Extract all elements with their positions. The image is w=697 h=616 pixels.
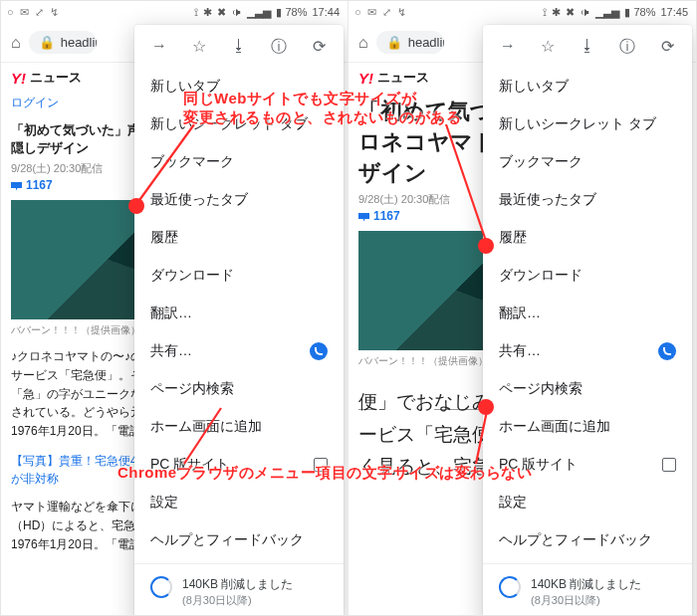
annotation-dot-right-bottom [478,399,494,415]
clock: 17:45 [660,6,688,18]
reload-icon[interactable]: ⟳ [308,37,330,58]
star-icon[interactable]: ☆ [537,37,559,58]
menu-incognito[interactable]: 新しいシークレット タブ [483,105,692,143]
menu-add-to-home[interactable]: ホーム画面に追加 [483,408,692,446]
forward-icon[interactable]: → [148,37,170,58]
phone-left: ○✉⤢↯ ⟟✱✖🕩 ▁▃▅ ▮ 78% 17:44 ⌂ 🔒 headlin Y!… [1,1,348,615]
info-icon[interactable]: ⓘ [616,37,638,58]
download-icon[interactable]: ⭳ [577,37,598,58]
menu-settings[interactable]: 設定 [134,484,344,521]
lock-icon: 🔒 [386,35,402,50]
annotation-dot-right-top [478,238,494,254]
menu-translate[interactable]: 翻訳… [134,295,344,332]
url-text: headlin [61,35,97,50]
phone-right: ○✉⤢↯ ⟟✱✖🕩 ▁▃▅ ▮ 78% 17:45 ⌂ 🔒 headlin Y!… [348,1,696,615]
menu-new-tab[interactable]: 新しいタブ [134,68,344,105]
checkbox-icon[interactable] [662,458,676,472]
battery-pct: 78% [633,6,655,18]
menu-share[interactable]: 共有… [483,332,692,370]
menu-divider [483,563,692,564]
menu-data-saver[interactable]: 140KB 削減しました(8月30日以降) [483,568,692,615]
menu-downloads[interactable]: ダウンロード [483,257,692,295]
menu-bookmarks[interactable]: ブックマーク [134,143,344,181]
menu-desktop-site[interactable]: PC 版サイト [483,446,692,484]
yahoo-news-label: ニュース [377,69,429,87]
menu-help[interactable]: ヘルプとフィードバック [134,521,344,559]
menu-help[interactable]: ヘルプとフィードバック [483,521,692,559]
url-text: headlin [408,35,444,50]
download-icon[interactable]: ⭳ [228,37,250,58]
menu-find-in-page[interactable]: ページ内検索 [134,370,344,408]
cast-icon [310,342,328,360]
menu-divider [134,563,344,564]
menu-add-to-home[interactable]: ホーム画面に追加 [134,408,344,446]
menu-settings[interactable]: 設定 [483,484,692,521]
home-icon[interactable]: ⌂ [11,34,21,52]
menu-desktop-site[interactable]: PC 版サイト [134,446,344,484]
info-icon[interactable]: ⓘ [268,37,290,58]
yahoo-logo: Y! [358,70,373,87]
lock-icon: 🔒 [39,35,55,50]
forward-icon[interactable]: → [497,37,519,58]
omnibox[interactable]: 🔒 headlin [29,31,97,54]
star-icon[interactable]: ☆ [188,37,210,58]
menu-translate[interactable]: 翻訳… [483,295,692,332]
cast-icon [658,342,676,360]
clock: 17:44 [312,6,340,18]
chrome-overflow-menu: → ☆ ⭳ ⓘ ⟳ 新しいタブ 新しいシークレット タブ ブックマーク 最近使っ… [134,25,344,615]
menu-data-saver[interactable]: 140KB 削減しました(8月30日以降) [134,568,344,615]
menu-history[interactable]: 履歴 [134,219,344,257]
menu-new-tab[interactable]: 新しいタブ [483,68,692,105]
menu-recent-tabs[interactable]: 最近使ったタブ [483,181,692,219]
data-saver-icon [499,576,521,598]
menu-share[interactable]: 共有… [134,332,344,370]
android-statusbar: ○✉⤢↯ ⟟✱✖🕩 ▁▃▅ ▮ 78% 17:44 [1,1,348,23]
chrome-overflow-menu: → ☆ ⭳ ⓘ ⟳ 新しいタブ 新しいシークレット タブ ブックマーク 最近使っ… [483,25,692,615]
yahoo-news-label: ニュース [30,69,82,87]
checkbox-icon[interactable] [314,458,328,472]
yahoo-logo: Y! [11,70,26,87]
omnibox[interactable]: 🔒 headlin [376,31,444,54]
reload-icon[interactable]: ⟳ [656,37,678,58]
menu-history[interactable]: 履歴 [483,219,692,257]
annotation-dot-left [128,198,144,214]
menu-bookmarks[interactable]: ブックマーク [483,143,692,181]
home-icon[interactable]: ⌂ [358,34,368,52]
menu-recent-tabs[interactable]: 最近使ったタブ [134,181,344,219]
android-statusbar: ○✉⤢↯ ⟟✱✖🕩 ▁▃▅ ▮ 78% 17:45 [348,1,696,23]
menu-downloads[interactable]: ダウンロード [134,257,344,295]
battery-pct: 78% [285,6,307,18]
menu-find-in-page[interactable]: ページ内検索 [483,370,692,408]
data-saver-icon [150,576,172,598]
menu-incognito[interactable]: 新しいシークレット タブ [134,105,344,143]
